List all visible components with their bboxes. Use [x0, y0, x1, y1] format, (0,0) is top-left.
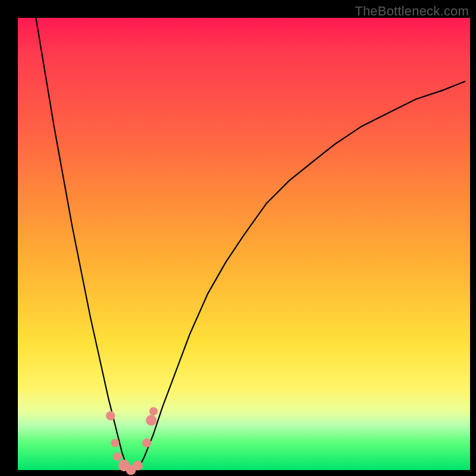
data-marker — [111, 439, 119, 447]
watermark-text: TheBottleneck.com — [355, 4, 469, 19]
data-marker — [146, 415, 156, 425]
data-marker — [133, 461, 143, 471]
data-marker — [142, 439, 151, 447]
bottleneck-curve — [18, 18, 470, 470]
data-marker — [113, 452, 121, 461]
chart-frame: TheBottleneck.com — [0, 0, 476, 476]
data-marker — [106, 411, 115, 420]
data-marker — [149, 407, 158, 415]
plot-area — [18, 18, 470, 470]
